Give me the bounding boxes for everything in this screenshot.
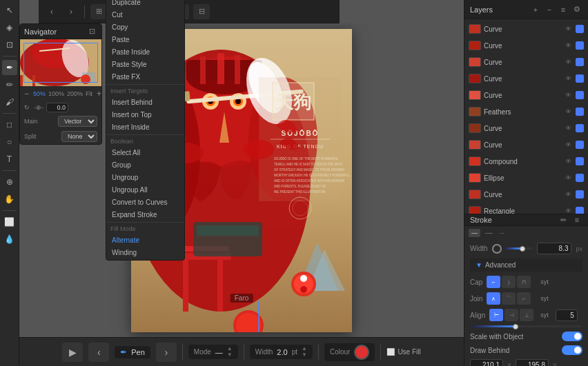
layer-item-10[interactable]: Curve 👁: [464, 186, 588, 203]
fill-tool[interactable]: ⬜: [2, 214, 17, 230]
select-tool[interactable]: ↖: [2, 3, 17, 18]
miter-limit-input[interactable]: [556, 309, 578, 321]
transform-y-input[interactable]: [516, 359, 549, 366]
op-insert-inside[interactable]: Insert Inside: [106, 121, 184, 133]
navigator-expand-btn[interactable]: ⊡: [86, 26, 97, 37]
crop-tool[interactable]: ⊡: [2, 37, 17, 52]
layer-check-1[interactable]: [576, 41, 584, 50]
op-paste[interactable]: Paste: [106, 33, 184, 45]
layer-check-10[interactable]: [576, 190, 584, 199]
draw-behind-toggle[interactable]: [562, 345, 582, 355]
layer-check-8[interactable]: [576, 157, 584, 165]
transform-x-input[interactable]: [470, 359, 503, 366]
next-button[interactable]: ›: [156, 343, 177, 362]
width-group[interactable]: Width 2.0 pt ▲▼: [250, 345, 313, 359]
text-tool[interactable]: T: [2, 152, 17, 167]
layer-eye-4[interactable]: 👁: [563, 90, 573, 100]
op-duplicate[interactable]: Duplicate: [106, 0, 184, 8]
layer-item-11[interactable]: Rectangle 👁: [464, 203, 588, 214]
zoom-200[interactable]: 200%: [67, 90, 83, 97]
navigator-preview[interactable]: [20, 39, 101, 86]
layer-eye-3[interactable]: 👁: [563, 74, 573, 83]
canvas-rotation-input[interactable]: [46, 103, 68, 112]
stroke-tab-stroke[interactable]: —: [469, 229, 480, 237]
layer-check-4[interactable]: [576, 91, 584, 99]
layer-eye-5[interactable]: 👁: [563, 107, 573, 116]
zoom-50[interactable]: 50%: [33, 90, 46, 97]
layers-delete-btn[interactable]: −: [544, 4, 555, 15]
layer-item-1[interactable]: Curve 👁: [464, 37, 588, 54]
layer-item-2[interactable]: Curve 👁: [464, 54, 588, 70]
layer-eye-8[interactable]: 👁: [563, 156, 573, 166]
align-btn-outside[interactable]: ⊥: [520, 309, 533, 321]
join-btn-miter[interactable]: ∧: [487, 292, 500, 305]
pencil-tool[interactable]: ✏: [2, 77, 17, 92]
stroke-edit-btn[interactable]: ✏: [558, 214, 569, 225]
op-insert-behind[interactable]: Insert Behind: [106, 96, 184, 108]
stroke-width-input[interactable]: [537, 243, 571, 254]
stroke-tab-dotted[interactable]: ···: [497, 229, 508, 237]
layer-eye-7[interactable]: 👁: [563, 140, 573, 150]
align-btn-center[interactable]: ⊣: [504, 309, 518, 321]
width-value[interactable]: 2.0: [277, 348, 287, 356]
op-select-all[interactable]: Select All: [106, 146, 184, 159]
layer-eye-11[interactable]: 👁: [563, 206, 573, 214]
mode-arrows[interactable]: ▲ ▼: [227, 346, 233, 358]
stroke-tab-dash[interactable]: ·—: [482, 229, 496, 237]
view-btn-grid[interactable]: ⊞: [90, 4, 107, 19]
cap-btn-round[interactable]: ): [502, 276, 516, 288]
pen-tool[interactable]: ✒: [2, 60, 17, 75]
brush-tool[interactable]: 🖌: [2, 94, 17, 110]
op-insert-top[interactable]: Insert on Top: [106, 108, 184, 121]
mode-group[interactable]: Mode — ▲ ▼: [188, 345, 238, 359]
op-copy[interactable]: Copy: [106, 21, 184, 33]
layers-menu-btn[interactable]: ≡: [558, 4, 569, 15]
advanced-toggle[interactable]: ▼ Advanced: [470, 258, 582, 272]
layer-check-3[interactable]: [576, 74, 584, 83]
forward-button[interactable]: ›: [63, 4, 79, 19]
node-tool[interactable]: ◈: [2, 20, 17, 35]
back-button[interactable]: ‹: [44, 4, 59, 19]
stroke-width-slider[interactable]: [504, 247, 533, 250]
layer-check-9[interactable]: [576, 174, 584, 182]
layer-eye-9[interactable]: 👁: [563, 173, 573, 183]
layer-item-0[interactable]: Curve 👁: [464, 21, 588, 37]
layer-item-4[interactable]: Curve 👁: [464, 87, 588, 103]
scale-toggle[interactable]: [562, 332, 582, 341]
layer-eye-1[interactable]: 👁: [563, 41, 573, 50]
op-ungroup[interactable]: Ungroup: [106, 171, 184, 183]
layer-check-7[interactable]: [576, 141, 584, 149]
op-group[interactable]: Group: [106, 159, 184, 171]
miter-slider[interactable]: [471, 325, 581, 327]
colour-swatch[interactable]: [354, 345, 369, 360]
op-winding[interactable]: Winding: [106, 246, 184, 258]
shape-tool[interactable]: □: [2, 117, 17, 132]
cap-btn-square[interactable]: ⊓: [517, 276, 531, 288]
layer-item-7[interactable]: Curve 👁: [464, 136, 588, 153]
zoom-tool[interactable]: ⊕: [2, 174, 17, 190]
op-ungroup-all[interactable]: Ungroup All: [106, 183, 184, 196]
layer-check-0[interactable]: [576, 25, 584, 33]
layer-item-3[interactable]: Curve 👁: [464, 70, 588, 87]
layers-settings-btn[interactable]: ⚙: [571, 4, 582, 15]
hand-tool[interactable]: ✋: [2, 192, 17, 207]
op-paste-fx[interactable]: Paste FX: [106, 70, 184, 83]
op-expand-stroke[interactable]: Expand Stroke: [106, 208, 184, 221]
use-fill-toggle[interactable]: ⬜ Use Fill: [386, 348, 420, 356]
layer-item-8[interactable]: Compound 👁: [464, 153, 588, 170]
zoom-in-btn[interactable]: +: [97, 89, 101, 99]
layers-add-btn[interactable]: +: [530, 4, 541, 15]
ellipse-tool[interactable]: ○: [2, 134, 17, 150]
layer-eye-6[interactable]: 👁: [563, 123, 573, 133]
layer-eye-2[interactable]: 👁: [563, 57, 573, 67]
layer-check-6[interactable]: [576, 124, 584, 132]
zoom-100[interactable]: 100%: [48, 90, 64, 97]
op-cut[interactable]: Cut: [106, 8, 184, 21]
layer-check-5[interactable]: [576, 108, 584, 116]
layer-item-9[interactable]: Ellipse 👁: [464, 170, 588, 186]
join-btn-bevel[interactable]: ⌐: [517, 292, 531, 305]
stroke-width-circle[interactable]: [492, 244, 502, 254]
view-mode-main-select[interactable]: Vector Pixel Retina: [58, 116, 97, 127]
split-select[interactable]: None Pixel: [61, 131, 97, 142]
op-paste-style[interactable]: Paste Style: [106, 58, 184, 70]
